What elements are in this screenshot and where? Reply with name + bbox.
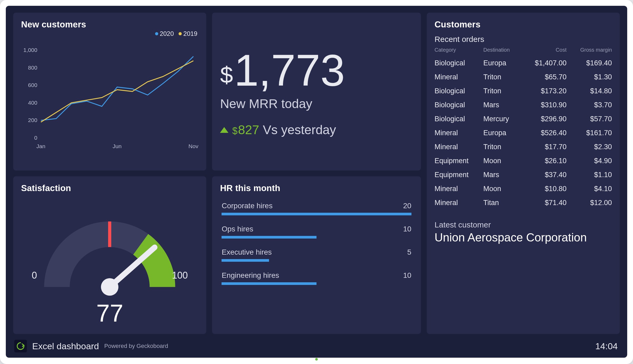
hr-item-label: Engineering hires — [222, 271, 279, 280]
col-category: Category — [435, 46, 483, 56]
table-row: Equipment Moon $26.10 $4.90 — [435, 154, 612, 168]
table-row: Mineral Triton $17.70 $2.30 — [435, 140, 612, 154]
svg-text:Jan: Jan — [36, 143, 45, 149]
gauge-max: 100 — [172, 270, 188, 281]
hr-item-value: 10 — [403, 225, 411, 233]
latest-customer-name: Union Aerospace Corporation — [435, 231, 612, 244]
hr-item: Corporate hires 20 — [222, 202, 411, 215]
cell-destination: Triton — [483, 70, 521, 84]
table-row: Equipment Mars $37.40 $1.10 — [435, 168, 612, 182]
orders-table: Category Destination Cost Gross margin B… — [435, 46, 612, 210]
svg-text:0: 0 — [34, 135, 37, 141]
cell-cost: $17.70 — [521, 140, 567, 154]
satisfaction-title: Satisfaction — [21, 183, 198, 193]
cell-destination: Mercury — [483, 112, 521, 126]
hr-item-label: Executive hires — [222, 248, 272, 256]
cell-category: Mineral — [435, 196, 483, 210]
svg-text:200: 200 — [28, 117, 37, 123]
svg-text:600: 600 — [28, 82, 37, 88]
col-cost: Cost — [521, 46, 567, 56]
svg-text:Jun: Jun — [113, 143, 122, 149]
cell-destination: Triton — [483, 140, 521, 154]
new-customers-title: New customers — [21, 20, 198, 30]
cell-destination: Europa — [483, 126, 521, 140]
cell-gross-margin: $1.30 — [567, 70, 612, 84]
cell-cost: $37.40 — [521, 168, 567, 182]
hr-item: Executive hires 5 — [222, 248, 411, 262]
cell-cost: $1,407.00 — [521, 56, 567, 70]
satisfaction-card: Satisfaction 0 100 77 — [13, 176, 206, 334]
mrr-value: $ 1,773 — [220, 50, 413, 92]
cell-gross-margin: $169.40 — [567, 56, 612, 70]
cell-category: Mineral — [435, 140, 483, 154]
hr-item-value: 5 — [407, 248, 411, 256]
cell-gross-margin: $14.80 — [567, 84, 612, 98]
cell-destination: Mars — [483, 98, 521, 112]
cell-cost: $10.80 — [521, 182, 567, 196]
hr-card: HR this month Corporate hires 20 Ops hir… — [212, 176, 421, 334]
table-row: Biological Europa $1,407.00 $169.40 — [435, 56, 612, 70]
cell-cost: $526.40 — [521, 126, 567, 140]
up-triangle-icon — [220, 127, 228, 133]
mrr-delta-currency: $ — [232, 125, 237, 136]
power-led-icon — [315, 358, 318, 361]
cell-destination: Titan — [483, 196, 521, 210]
cell-category: Equipment — [435, 168, 483, 182]
customers-title: Customers — [435, 20, 612, 30]
hr-item: Ops hires 10 — [222, 225, 411, 239]
cell-gross-margin: $57.70 — [567, 112, 612, 126]
cell-destination: Mars — [483, 168, 521, 182]
new-customers-legend: 2020 2019 — [155, 30, 198, 37]
mrr-card: $ 1,773 New MRR today $827 Vs yesterday — [212, 13, 421, 171]
mrr-delta-value: 827 — [238, 123, 259, 137]
cell-cost: $296.90 — [521, 112, 567, 126]
cell-gross-margin: $4.90 — [567, 154, 612, 168]
table-row: Biological Mars $310.90 $3.70 — [435, 98, 612, 112]
cell-gross-margin: $3.70 — [567, 98, 612, 112]
hr-item-value: 10 — [403, 271, 411, 280]
col-destination: Destination — [483, 46, 521, 56]
brand-title: Excel dashboard — [32, 341, 99, 351]
hr-item-label: Ops hires — [222, 225, 253, 233]
clock: 14:04 — [595, 341, 618, 351]
new-customers-chart: 02004006008001,000JanJunNov — [21, 33, 198, 164]
legend-2019: 2019 — [183, 30, 197, 37]
table-row: Biological Mercury $296.90 $57.70 — [435, 112, 612, 126]
legend-dot-2019-icon — [179, 32, 182, 35]
cell-gross-margin: $1.10 — [567, 168, 612, 182]
table-row: Biological Triton $173.20 $14.80 — [435, 84, 612, 98]
cell-category: Biological — [435, 98, 483, 112]
cell-category: Biological — [435, 56, 483, 70]
cell-category: Mineral — [435, 126, 483, 140]
satisfaction-gauge — [32, 206, 188, 299]
mrr-label: New MRR today — [220, 96, 413, 111]
geckoboard-logo-icon — [14, 340, 27, 352]
cell-destination: Moon — [483, 182, 521, 196]
col-gross-margin: Gross margin — [567, 46, 612, 56]
cell-destination: Europa — [483, 56, 521, 70]
table-row: Mineral Triton $65.70 $1.30 — [435, 70, 612, 84]
cell-cost: $26.10 — [521, 154, 567, 168]
cell-gross-margin: $161.70 — [567, 126, 612, 140]
svg-text:800: 800 — [28, 65, 37, 71]
cell-cost: $65.70 — [521, 70, 567, 84]
cell-cost: $310.90 — [521, 98, 567, 112]
gauge-value: 77 — [21, 299, 198, 327]
customers-card: Customers Recent orders Category Destina… — [427, 13, 620, 334]
cell-destination: Triton — [483, 84, 521, 98]
table-row: Mineral Moon $10.80 $4.10 — [435, 182, 612, 196]
mrr-currency: $ — [220, 64, 233, 86]
mrr-delta-suffix: Vs yesterday — [263, 123, 336, 137]
new-customers-card: New customers 2020 2019 02004006008001,0… — [13, 13, 206, 171]
hr-title: HR this month — [220, 183, 413, 193]
mrr-delta: $827 Vs yesterday — [220, 123, 413, 137]
svg-text:Nov: Nov — [188, 143, 198, 149]
table-row: Mineral Europa $526.40 $161.70 — [435, 126, 612, 140]
cell-gross-margin: $2.30 — [567, 140, 612, 154]
table-row: Mineral Titan $71.40 $12.00 — [435, 196, 612, 210]
cell-category: Mineral — [435, 70, 483, 84]
mrr-number: 1,773 — [234, 50, 345, 92]
svg-text:400: 400 — [28, 100, 37, 106]
footer: Excel dashboard Powered by Geckoboard 14… — [13, 339, 620, 352]
legend-2020: 2020 — [160, 30, 174, 37]
